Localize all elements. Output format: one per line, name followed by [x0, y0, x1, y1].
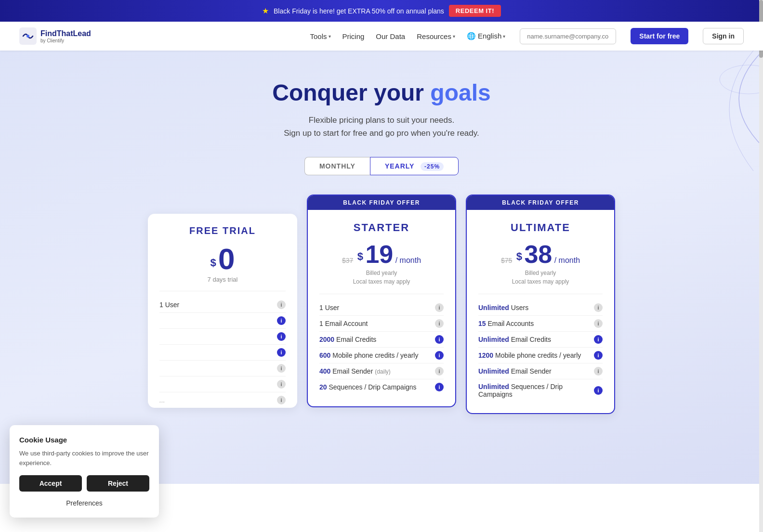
free-trial-text: 7 days trial [159, 276, 286, 283]
starter-price: 19 [365, 240, 393, 268]
cookie-banner: Cookie Usage We use third-party cookies … [10, 425, 159, 484]
ultimate-offer-banner: BLACK FRIDAY OFFER [467, 195, 614, 210]
hero-subtitle: Flexible pricing plans to suit your need… [19, 114, 744, 140]
billing-toggle: MONTHLY YEARLY -25% [19, 157, 744, 175]
banner-text: Black Friday is here! get EXTRA 50% off … [274, 7, 444, 15]
nav-our-data[interactable]: Our Data [376, 32, 405, 40]
starter-feature-mobile: 600 Mobile phone credits / yearly i [319, 348, 444, 363]
starter-feature-credits: 2000 Email Credits i [319, 332, 444, 348]
ultimate-feature-mobile: 1200 Mobile phone credits / yearly i [478, 348, 603, 363]
nav-links: Tools ▾ Pricing Our Data Resources ▾ 🌐 E… [310, 32, 505, 40]
info-icon-s6[interactable]: i [435, 383, 444, 391]
ultimate-body: ULTIMATE $75 $ 38 / month Billed yearlyL… [467, 210, 614, 413]
ultimate-billed: Billed yearlyLocal taxes may apply [478, 269, 603, 286]
cookie-buttons: Accept Reject [19, 475, 149, 484]
ultimate-currency: $ [516, 250, 522, 262]
top-banner: ★ Black Friday is here! get EXTRA 50% of… [0, 0, 763, 22]
nav-pricing[interactable]: Pricing [342, 32, 365, 40]
ultimate-feature-email-accounts: 15 Email Accounts i [478, 316, 603, 332]
free-feature-2: i [159, 313, 286, 329]
info-icon-blue-3[interactable]: i [277, 348, 286, 357]
nav-language[interactable]: 🌐 English ▾ [467, 32, 505, 40]
starter-currency: $ [357, 250, 363, 262]
free-price-area: $ 0 [159, 244, 286, 274]
starter-body: STARTER $37 $ 19 / month Billed yearlyLo… [308, 210, 455, 406]
free-feature-7: ... i [159, 392, 286, 408]
info-icon-gray-2[interactable]: i [277, 364, 286, 373]
info-icon-u3[interactable]: i [594, 335, 603, 344]
chevron-down-icon-3: ▾ [503, 34, 505, 39]
info-icon-blue[interactable]: i [277, 316, 286, 325]
start-free-button[interactable]: Start for free [631, 28, 688, 44]
logo-icon [19, 27, 37, 45]
cookie-title: Cookie Usage [19, 436, 149, 444]
nav-tools[interactable]: Tools ▾ [310, 32, 330, 40]
starter-period: / month [395, 256, 421, 264]
yearly-toggle[interactable]: YEARLY -25% [370, 157, 459, 175]
free-feature-3: i [159, 329, 286, 345]
monthly-toggle[interactable]: MONTHLY [304, 157, 370, 175]
discount-badge: -25% [421, 162, 444, 171]
star-icon: ★ [262, 6, 269, 15]
starter-plan-name: STARTER [319, 221, 444, 234]
ultimate-feature-sender: Unlimited Email Sender i [478, 363, 603, 379]
logo-text-area: FindThatLead by Clientify [40, 29, 91, 43]
chevron-down-icon-2: ▾ [453, 34, 455, 39]
ultimate-plan-name: ULTIMATE [478, 221, 603, 234]
logo: FindThatLead by Clientify [19, 27, 91, 45]
nav-resources[interactable]: Resources ▾ [417, 32, 455, 40]
ultimate-price-area: $75 $ 38 / month [478, 242, 603, 267]
free-price: 0 [218, 242, 235, 275]
ultimate-price: 38 [524, 240, 552, 268]
info-icon-u1[interactable]: i [594, 303, 603, 312]
ultimate-feature-sequences: Unlimited Sequences / Drip Campaigns i [478, 379, 603, 402]
scrollbar[interactable] [759, 0, 763, 484]
info-icon-s1[interactable]: i [435, 303, 444, 312]
starter-offer-banner: BLACK FRIDAY OFFER [308, 195, 455, 210]
free-feature-5: i [159, 361, 286, 376]
free-trial-card: FREE TRIAL $ 0 7 days trial 1 User i i [148, 214, 297, 408]
info-icon-u5[interactable]: i [594, 367, 603, 376]
starter-feature-users: 1 User i [319, 300, 444, 316]
info-icon-blue-2[interactable]: i [277, 332, 286, 341]
info-icon-u4[interactable]: i [594, 351, 603, 360]
info-icon-gray[interactable]: i [277, 300, 286, 309]
info-icon-u6[interactable]: i [594, 386, 603, 395]
info-icon-s2[interactable]: i [435, 319, 444, 328]
logo-subtext: by Clientify [40, 38, 91, 43]
plans-row: FREE TRIAL $ 0 7 days trial 1 User i i [19, 195, 744, 414]
free-currency: $ [210, 257, 216, 269]
pricing-section: Conquer your goals Flexible pricing plan… [0, 51, 763, 484]
cookie-accept-button[interactable]: Accept [19, 475, 82, 484]
info-icon-gray-3[interactable]: i [277, 380, 286, 389]
cookie-text: We use third-party cookies to improve th… [19, 449, 149, 467]
info-icon-u2[interactable]: i [594, 319, 603, 328]
starter-feature-sender: 400 Email Sender (daily) i [319, 363, 444, 379]
svg-point-1 [26, 35, 29, 38]
starter-price-area: $37 $ 19 / month [319, 242, 444, 267]
free-feature-users: 1 User i [159, 297, 286, 313]
starter-card: BLACK FRIDAY OFFER STARTER $37 $ 19 / mo… [307, 195, 456, 407]
free-plan-name: FREE TRIAL [148, 214, 297, 236]
redeem-button[interactable]: REDEEM IT! [449, 5, 501, 17]
ultimate-card: BLACK FRIDAY OFFER ULTIMATE $75 $ 38 / m… [466, 195, 615, 414]
starter-feature-sequences: 20 Sequences / Drip Campaigns i [319, 379, 444, 395]
starter-billed: Billed yearlyLocal taxes may apply [319, 269, 444, 286]
starter-feature-email-account: 1 Email Account i [319, 316, 444, 332]
signin-button[interactable]: Sign in [703, 28, 744, 44]
ultimate-price-old: $75 [501, 257, 512, 264]
free-feature-4: i [159, 345, 286, 361]
starter-price-old: $37 [342, 257, 353, 264]
info-icon-s5[interactable]: i [435, 367, 444, 376]
logo-brand: FindThatLead [40, 29, 91, 38]
ultimate-feature-users: Unlimited Users i [478, 300, 603, 316]
info-icon-s3[interactable]: i [435, 335, 444, 344]
email-input[interactable] [520, 28, 616, 44]
cookie-reject-button[interactable]: Reject [87, 475, 149, 484]
info-icon-s4[interactable]: i [435, 351, 444, 360]
info-icon-gray-4[interactable]: i [277, 396, 286, 404]
chevron-down-icon: ▾ [329, 34, 331, 39]
ultimate-feature-credits: Unlimited Email Credits i [478, 332, 603, 348]
hero-title: Conquer your goals [19, 79, 744, 106]
free-feature-6: i [159, 376, 286, 392]
